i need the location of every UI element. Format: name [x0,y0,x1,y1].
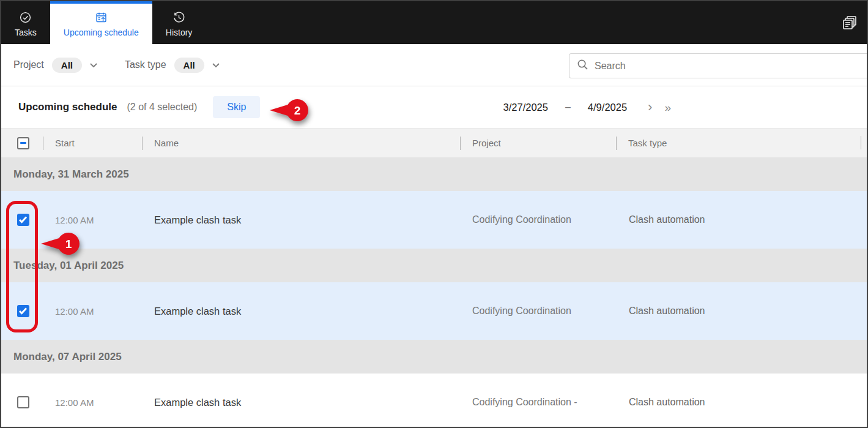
chevron-down-icon[interactable] [89,62,98,68]
row-checkbox[interactable] [17,214,29,226]
tab-bar: Tasks Upcoming schedule History [1,1,867,44]
tab-label: Tasks [15,28,37,37]
check-circle-icon [19,11,32,24]
stacked-pages-icon[interactable] [841,15,859,33]
calendar-upload-icon [94,11,108,24]
header-end-divider [861,136,861,149]
chevron-down-icon[interactable] [212,62,220,68]
column-header-project[interactable]: Project [460,136,616,151]
group-row: Monday, 07 April 2025 [1,340,867,374]
task-type-filter-value[interactable]: All [174,58,204,73]
select-all-cell [1,137,43,149]
cell-name: Example clash task [142,214,460,226]
next-period-icon[interactable]: › [648,100,652,114]
table-row[interactable]: 12:00 AM Example clash task Codifying Co… [1,374,867,428]
group-date: Tuesday, 01 April 2025 [13,260,124,272]
cell-project: Codifying Coordination [460,306,616,317]
cell-name: Example clash task [142,397,460,408]
history-icon [172,11,186,24]
search-box [569,53,867,78]
date-to[interactable]: 4/9/2025 [588,102,627,113]
project-filter-value[interactable]: All [52,58,82,73]
cell-task-type: Clash automation [616,397,867,408]
select-all-checkbox[interactable] [17,137,29,149]
tab-label: History [166,28,193,37]
table-header: Start Name Project Task type [1,129,867,157]
cell-start: 12:00 AM [43,215,142,225]
date-range: 3/27/2025 – 4/9/2025 › » [503,100,671,114]
cell-start: 12:00 AM [43,397,142,408]
cell-task-type: Clash automation [616,214,867,225]
search-icon [577,59,588,73]
cell-name: Example clash task [142,306,460,317]
upcoming-schedule-panel: Tasks Upcoming schedule History Project [0,0,868,428]
skip-button[interactable]: Skip [213,96,260,118]
column-header-task-type[interactable]: Task type [616,136,867,151]
group-row: Tuesday, 01 April 2025 [1,249,867,282]
row-checkbox[interactable] [17,396,29,408]
column-header-start[interactable]: Start [43,136,142,151]
cell-project: Codifying Coordination - [460,397,616,408]
cell-start: 12:00 AM [43,306,142,317]
selection-count: (2 of 4 selected) [127,102,198,113]
row-checkbox[interactable] [17,305,29,317]
tab-upcoming-schedule[interactable]: Upcoming schedule [50,1,152,44]
project-filter-label: Project [13,59,44,70]
date-from[interactable]: 3/27/2025 [503,102,548,113]
tab-tasks[interactable]: Tasks [1,1,50,44]
last-period-icon[interactable]: » [664,102,671,113]
filter-bar: Project All Task type All [1,44,867,86]
table-row[interactable]: 12:00 AM Example clash task Codifying Co… [1,282,867,340]
tab-history[interactable]: History [152,1,206,44]
page-title: Upcoming schedule [18,101,117,113]
group-date: Monday, 31 March 2025 [13,168,129,181]
cell-task-type: Clash automation [616,306,867,317]
task-type-filter-label: Task type [125,59,166,70]
column-header-name[interactable]: Name [142,136,460,151]
tab-label: Upcoming schedule [64,28,139,37]
group-date: Monday, 07 April 2025 [13,351,122,363]
date-separator: – [565,102,571,113]
cell-project: Codifying Coordination [460,214,616,225]
action-bar: Upcoming schedule (2 of 4 selected) Skip… [1,86,867,129]
group-row: Monday, 31 March 2025 [1,157,867,191]
search-input[interactable] [595,61,859,72]
table-row[interactable]: 12:00 AM Example clash task Codifying Co… [1,191,867,249]
